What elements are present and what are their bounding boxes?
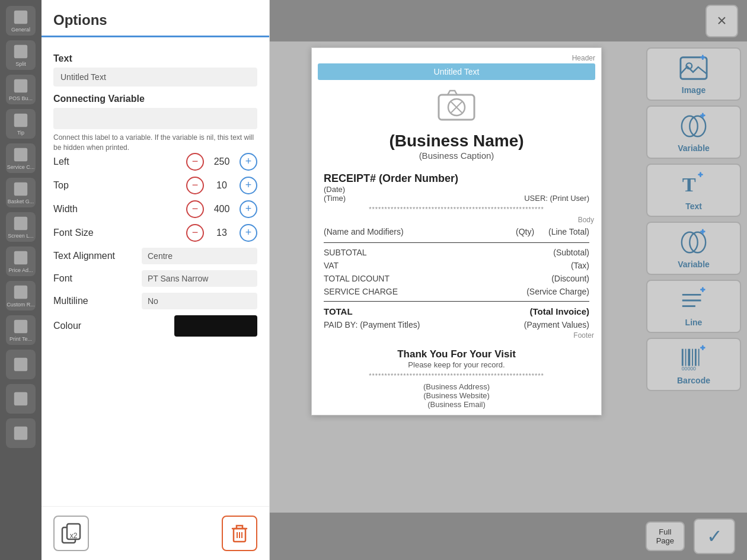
tool-line-button[interactable]: Line — [646, 280, 741, 333]
font-size-minus-button[interactable]: − — [186, 224, 204, 242]
business-address: (Business Address) — [318, 382, 595, 391]
svg-rect-11 — [14, 392, 27, 405]
sidebar-item-service[interactable]: Service C... — [6, 143, 36, 173]
top-controls: − 10 + — [186, 177, 257, 194]
top-plus-button[interactable]: + — [240, 177, 257, 194]
section-header-label: Header — [318, 54, 595, 62]
svg-rect-8 — [14, 286, 27, 299]
svg-rect-1 — [14, 45, 27, 58]
receipt-separator-top: ****************************************… — [324, 206, 589, 213]
svg-rect-2 — [14, 79, 27, 92]
sidebar-item-custom[interactable]: Custom R... — [6, 281, 36, 311]
svg-rect-10 — [14, 358, 27, 371]
sidebar-item-pos-buttons[interactable]: POS Bu... — [6, 75, 36, 104]
svg-rect-24 — [685, 348, 687, 366]
tool-variable1-button[interactable]: Variable — [646, 105, 741, 159]
svg-text:x2: x2 — [70, 532, 78, 540]
svg-rect-13 — [681, 57, 707, 78]
svg-rect-23 — [682, 348, 684, 366]
receipt-separator-bottom: ****************************************… — [318, 372, 595, 379]
close-button[interactable]: × — [706, 5, 738, 37]
text-alignment-input[interactable] — [142, 248, 257, 264]
qty-label: (Qty) — [516, 227, 534, 236]
tool-barcode-button[interactable]: 00000 Barcode — [646, 338, 741, 391]
text-input[interactable] — [53, 68, 257, 87]
svg-text:00000: 00000 — [682, 366, 696, 372]
svg-rect-26 — [692, 348, 693, 366]
tool-variable2-button[interactable]: Variable — [646, 222, 741, 275]
font-size-value: 13 — [210, 228, 234, 238]
line-total-label: (Line Total) — [548, 227, 589, 236]
multiline-row: Multiline — [53, 293, 257, 309]
delete-button[interactable] — [222, 516, 257, 551]
svg-rect-0 — [14, 11, 27, 24]
top-value: 10 — [210, 180, 234, 191]
sidebar-item-screen[interactable]: Screen L... — [6, 212, 36, 242]
text-field-label: Text — [53, 53, 257, 64]
top-minus-button[interactable]: − — [186, 177, 204, 194]
paid-row: PAID BY: (Payment Titles) (Payment Value… — [324, 318, 589, 331]
receipt-footer: Thank You For Your Visit Please keep for… — [318, 348, 595, 409]
svg-rect-6 — [14, 217, 27, 230]
options-body: Text Connecting Variable Connect this la… — [42, 37, 269, 506]
receipt-divider-2 — [324, 301, 589, 302]
receipt-items: (Name and Modifiers) (Qty) (Line Total) … — [318, 224, 595, 331]
business-caption: (Business Caption) — [318, 151, 595, 161]
width-value: 400 — [210, 204, 234, 215]
section-footer-label: Footer — [318, 331, 595, 340]
colour-swatch[interactable] — [174, 315, 257, 337]
font-input[interactable] — [142, 270, 257, 287]
business-website: (Business Website) — [318, 391, 595, 400]
receipt-divider-1 — [324, 242, 589, 243]
font-size-row: Font Size − 13 + — [53, 224, 257, 242]
sidebar-item-icon3[interactable] — [6, 418, 36, 448]
section-body-label: Body — [318, 216, 595, 224]
left-minus-button[interactable]: − — [186, 153, 204, 171]
font-size-plus-button[interactable]: + — [240, 224, 257, 242]
full-page-button[interactable]: Full Page — [646, 521, 685, 551]
sidebar-item-print[interactable]: Print Te... — [6, 315, 36, 345]
svg-rect-7 — [14, 251, 27, 264]
svg-text:T: T — [682, 173, 696, 196]
receipt-preview: Header Untitled Text (Business Name) (Bu… — [311, 47, 602, 415]
top-row: Top − 10 + — [53, 177, 257, 194]
sidebar-item-tip[interactable]: Tip — [6, 109, 36, 139]
multiline-input[interactable] — [142, 293, 257, 309]
receipt-title-bar: Untitled Text — [318, 63, 595, 80]
svg-rect-5 — [14, 183, 27, 196]
sidebar-item-icon2[interactable] — [6, 384, 36, 414]
width-minus-button[interactable]: − — [186, 200, 204, 218]
width-plus-button[interactable]: + — [240, 200, 257, 218]
left-sidebar: General Split POS Bu... Tip Service C...… — [0, 0, 42, 560]
sidebar-item-icon1[interactable] — [6, 350, 36, 379]
tool-image-button[interactable]: Image — [646, 47, 741, 101]
sidebar-item-split[interactable]: Split — [6, 40, 36, 70]
svg-rect-27 — [695, 348, 697, 366]
left-plus-button[interactable]: + — [240, 153, 257, 171]
options-panel: Options Text Connecting Variable Connect… — [42, 0, 270, 560]
receipt-user: USER: (Print User) — [524, 194, 589, 203]
subtotal-row: SUBTOTAL (Subtotal) — [324, 246, 589, 259]
sidebar-item-basket[interactable]: Basket G... — [6, 178, 36, 207]
svg-rect-25 — [688, 348, 690, 366]
connecting-variable-label: Connecting Variable — [53, 94, 257, 104]
confirm-button[interactable]: ✓ — [694, 519, 735, 554]
receipt-number: RECEIPT# (Order Number) — [324, 172, 589, 185]
duplicate-button[interactable]: x2 — [53, 516, 89, 551]
width-controls: − 400 + — [186, 200, 257, 218]
connecting-variable-input[interactable] — [53, 108, 257, 129]
width-row: Width − 400 + — [53, 200, 257, 218]
thank-you-text: Thank You For Your Visit — [318, 348, 595, 360]
svg-rect-12 — [14, 427, 27, 440]
left-row: Left − 250 + — [53, 153, 257, 171]
business-email: (Business Email) — [318, 400, 595, 409]
font-size-controls: − 13 + — [186, 224, 257, 242]
connecting-variable-desc: Connect this label to a variable. If the… — [53, 133, 257, 153]
total-row: TOTAL (Total Invoice) — [324, 305, 589, 318]
vat-row: VAT (Tax) — [324, 259, 589, 272]
sidebar-item-price[interactable]: Price Ad... — [6, 247, 36, 276]
receipt-items-header: (Name and Modifiers) (Qty) (Line Total) — [324, 224, 589, 239]
tool-text-button[interactable]: T Text — [646, 164, 741, 217]
right-toolbar: Image Variable T Text — [640, 41, 747, 397]
sidebar-item-general[interactable]: General — [6, 6, 36, 36]
